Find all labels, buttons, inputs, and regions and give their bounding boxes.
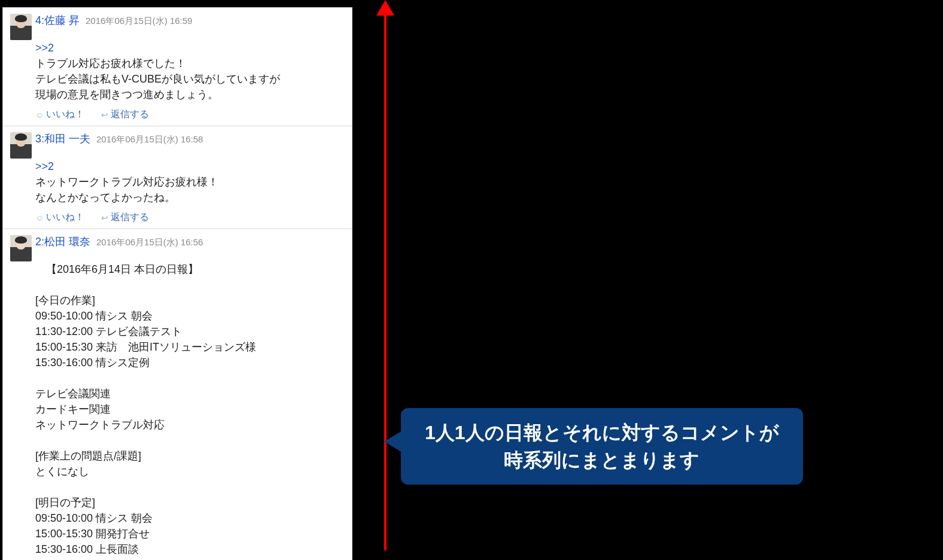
post-body: >>2 トラブル対応お疲れ様でした！ テレビ会議は私もV-CUBEが良い気がして… <box>35 40 345 102</box>
reply-arrow-icon: ↩ <box>101 213 108 223</box>
like-button[interactable]: ☺いいね！ <box>35 108 84 121</box>
post-actions: ☺いいね！↩返信する <box>35 108 345 121</box>
post-index: 2: <box>35 236 44 248</box>
post-header: 2:松田 環奈2016年06月15日(水) 16:56 <box>10 235 345 261</box>
reply-button[interactable]: ↩返信する <box>101 211 149 224</box>
reply-label: 返信する <box>111 211 149 224</box>
post-meta-line: 4:佐藤 昇2016年06月15日(水) 16:59 <box>35 14 192 28</box>
post-timestamp: 2016年06月15日(水) 16:59 <box>86 16 192 26</box>
post-header: 4:佐藤 昇2016年06月15日(水) 16:59 <box>10 14 345 40</box>
post-body-text: トラブル対応お疲れ様でした！ テレビ会議は私もV-CUBEが良い気がしていますが… <box>35 57 280 101</box>
reply-label: 返信する <box>111 108 149 121</box>
reply-reference-link[interactable]: >>2 <box>35 42 54 54</box>
timeline-arrow-body <box>384 12 387 550</box>
post-meta-line: 2:松田 環奈2016年06月15日(水) 16:56 <box>35 235 203 249</box>
post-index: 3: <box>35 133 44 145</box>
reply-reference-link[interactable]: >>2 <box>35 160 54 172</box>
post-body: 【2016年6月14日 本日の日報】 [今日の作業] 09:50-10:00 情… <box>35 261 345 557</box>
avatar[interactable] <box>10 14 32 40</box>
reply-button[interactable]: ↩返信する <box>101 108 149 121</box>
thread-panel: 4:佐藤 昇2016年06月15日(水) 16:59>>2 トラブル対応お疲れ様… <box>2 7 352 560</box>
post-actions: ☺いいね！↩返信する <box>35 211 345 224</box>
avatar[interactable] <box>10 235 32 261</box>
avatar[interactable] <box>10 132 32 159</box>
annotation-callout: 1人1人の日報とそれに対するコメントが 時系列にまとまります <box>401 408 803 485</box>
smile-icon: ☺ <box>35 110 44 120</box>
like-label: いいね！ <box>46 108 84 121</box>
post-index: 4: <box>35 14 44 26</box>
post-author-link[interactable]: 佐藤 昇 <box>44 14 80 26</box>
post-body: >>2 ネットワークトラブル対応お疲れ様！ なんとかなってよかったね。 <box>35 159 345 205</box>
reply-arrow-icon: ↩ <box>101 110 108 120</box>
like-label: いいね！ <box>46 211 84 224</box>
thread-post: 4:佐藤 昇2016年06月15日(水) 16:59>>2 トラブル対応お疲れ様… <box>3 8 352 126</box>
post-meta-line: 3:和田 一夫2016年06月15日(水) 16:58 <box>35 132 203 146</box>
post-author-link[interactable]: 和田 一夫 <box>44 133 90 145</box>
post-body-text: ネットワークトラブル対応お疲れ様！ なんとかなってよかったね。 <box>35 176 218 203</box>
post-author-link[interactable]: 松田 環奈 <box>44 236 90 248</box>
smile-icon: ☺ <box>35 213 44 223</box>
thread-post: 2:松田 環奈2016年06月15日(水) 16:56 【2016年6月14日 … <box>3 229 352 560</box>
like-button[interactable]: ☺いいね！ <box>35 211 84 224</box>
post-header: 3:和田 一夫2016年06月15日(水) 16:58 <box>10 132 345 159</box>
thread-post: 3:和田 一夫2016年06月15日(水) 16:58>>2 ネットワークトラブ… <box>3 126 352 229</box>
post-body-text: 【2016年6月14日 本日の日報】 [今日の作業] 09:50-10:00 情… <box>35 263 256 555</box>
timeline-arrow-head-icon <box>376 0 394 16</box>
callout-line2: 時系列にまとまります <box>425 446 779 474</box>
post-timestamp: 2016年06月15日(水) 16:56 <box>96 237 203 247</box>
post-timestamp: 2016年06月15日(水) 16:58 <box>96 134 203 144</box>
callout-line1: 1人1人の日報とそれに対するコメントが <box>425 419 779 446</box>
